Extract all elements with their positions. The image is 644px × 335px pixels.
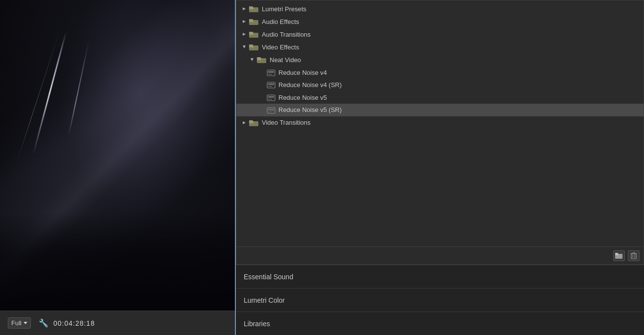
svg-marker-0 <box>243 7 246 10</box>
delete-icon <box>631 252 637 259</box>
tree-item-video-transitions[interactable]: Video Transitions <box>236 116 644 129</box>
tree-arrow-reduce-noise-v4-sr <box>260 82 267 88</box>
folder-icon-video-effects <box>249 43 262 51</box>
video-preview-panel: Full 🔧 00:04:28:18 <box>0 0 235 335</box>
quality-label: Full <box>11 319 22 327</box>
folder-icon-audio-effects <box>249 18 262 25</box>
tree-label-reduce-noise-v5: Reduce Noise v5 <box>278 94 327 101</box>
tree-arrow-reduce-noise-v5-sr <box>260 107 267 113</box>
tree-item-lumetri-presets[interactable]: Lumetri Presets <box>236 2 644 15</box>
tree-label-video-transitions: Video Transitions <box>262 119 311 126</box>
tree-arrow-audio-transitions <box>242 31 249 37</box>
svg-marker-16 <box>251 58 253 61</box>
wrench-icon[interactable]: 🔧 <box>39 318 48 328</box>
essential-sound-label: Essential Sound <box>244 273 293 281</box>
tree-arrow-lumetri-presets <box>242 6 249 12</box>
svg-rect-30 <box>268 109 274 111</box>
tree-arrow-reduce-noise-v4 <box>260 69 267 75</box>
tree-label-lumetri-presets: Lumetri Presets <box>262 5 306 13</box>
svg-marker-32 <box>243 121 246 124</box>
svg-rect-38 <box>615 253 618 255</box>
svg-rect-35 <box>249 120 253 122</box>
video-controls-bar: Full 🔧 00:04:28:18 <box>0 311 235 335</box>
video-preview <box>0 0 235 311</box>
effects-panel: Lumetri Presets Audio Effects Audio Tran… <box>236 0 644 265</box>
svg-rect-25 <box>268 86 272 87</box>
new-folder-button[interactable] <box>613 250 625 261</box>
svg-rect-24 <box>268 83 274 85</box>
folder-icon-audio-transitions <box>249 30 262 38</box>
tree-arrow-neat-video <box>250 57 257 63</box>
libraries-label: Libraries <box>244 320 270 328</box>
folder-icon-neat-video <box>257 56 270 64</box>
tree-label-neat-video: Neat Video <box>270 56 301 64</box>
svg-rect-22 <box>268 74 272 75</box>
svg-rect-39 <box>631 254 636 259</box>
timecode-display: 00:04:28:18 <box>53 319 95 327</box>
tree-label-audio-transitions: Audio Transitions <box>262 31 311 38</box>
effect-icon-reduce-noise-v5 <box>267 93 278 101</box>
svg-marker-4 <box>243 20 246 23</box>
quality-dropdown[interactable]: Full <box>8 317 31 329</box>
new-folder-icon <box>615 252 623 259</box>
tree-label-reduce-noise-v4-sr: Reduce Noise v4 (SR) <box>278 81 342 89</box>
effects-list: Lumetri Presets Audio Effects Audio Tran… <box>236 0 644 246</box>
tree-arrow-audio-effects <box>242 19 249 24</box>
effect-icon-reduce-noise-v5-sr <box>267 106 278 114</box>
svg-rect-19 <box>257 57 261 59</box>
svg-rect-21 <box>268 71 274 73</box>
tree-item-neat-video[interactable]: Neat Video <box>236 53 644 66</box>
libraries-panel[interactable]: Libraries <box>236 312 644 335</box>
svg-rect-15 <box>249 45 253 46</box>
tree-label-audio-effects: Audio Effects <box>262 18 299 25</box>
tree-item-reduce-noise-v4-sr[interactable]: Reduce Noise v4 (SR) <box>236 79 644 91</box>
delete-button[interactable] <box>628 250 640 261</box>
folder-icon-video-transitions <box>249 119 262 127</box>
tree-item-audio-effects[interactable]: Audio Effects <box>236 15 644 28</box>
tree-label-reduce-noise-v5-sr: Reduce Noise v5 (SR) <box>278 106 342 113</box>
svg-rect-27 <box>268 96 274 98</box>
effects-browser-panel: Lumetri Presets Audio Effects Audio Tran… <box>235 0 644 335</box>
effect-icon-reduce-noise-v4-sr <box>267 81 278 89</box>
essential-sound-panel[interactable]: Essential Sound <box>236 265 644 288</box>
svg-rect-31 <box>268 112 272 112</box>
tree-item-reduce-noise-v4[interactable]: Reduce Noise v4 <box>236 66 644 79</box>
effect-icon-reduce-noise-v4 <box>267 68 278 76</box>
svg-rect-3 <box>249 6 253 8</box>
tree-label-reduce-noise-v4: Reduce Noise v4 <box>278 69 327 76</box>
folder-icon-lumetri-presets <box>249 5 262 13</box>
tree-item-reduce-noise-v5-sr[interactable]: Reduce Noise v5 (SR) <box>236 104 644 116</box>
tree-item-video-effects[interactable]: Video Effects <box>236 41 644 53</box>
bottom-panels: Essential Sound Lumetri Color Libraries <box>236 265 644 335</box>
lumetri-color-label: Lumetri Color <box>244 296 285 304</box>
svg-marker-8 <box>243 33 246 36</box>
tree-item-audio-transitions[interactable]: Audio Transitions <box>236 28 644 41</box>
tree-item-reduce-noise-v5[interactable]: Reduce Noise v5 <box>236 91 644 104</box>
svg-rect-11 <box>249 32 253 34</box>
svg-marker-12 <box>243 45 246 48</box>
chevron-down-icon <box>23 322 27 324</box>
tree-arrow-video-transitions <box>242 120 249 126</box>
tree-arrow-reduce-noise-v5 <box>260 94 267 100</box>
lumetri-color-panel[interactable]: Lumetri Color <box>236 288 644 312</box>
effects-toolbar <box>236 246 644 264</box>
tree-label-video-effects: Video Effects <box>262 44 299 51</box>
tree-arrow-video-effects <box>242 44 249 50</box>
svg-rect-7 <box>249 19 253 21</box>
svg-rect-28 <box>268 99 272 100</box>
